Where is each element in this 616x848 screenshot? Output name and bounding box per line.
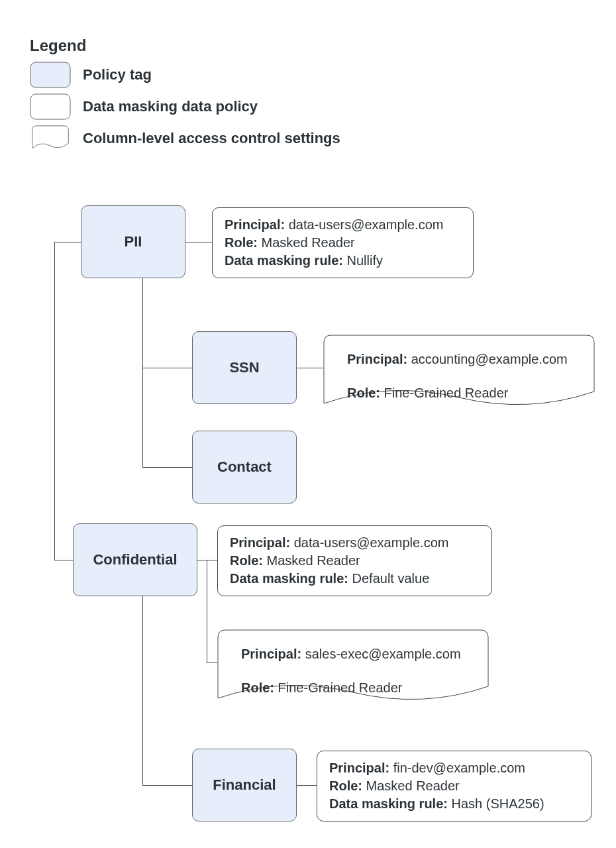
- tag-label: SSN: [229, 359, 259, 376]
- access-control-confidential: Principal: sales-exec@example.com Role: …: [217, 629, 489, 709]
- policy-line: Data masking rule: Hash (SHA256): [329, 795, 579, 813]
- policy-line: Data masking rule: Nullify: [225, 252, 461, 270]
- policy-line: Data masking rule: Default value: [230, 570, 480, 588]
- connector-line: [142, 785, 192, 786]
- tag-label: Contact: [217, 458, 272, 476]
- data-policy-financial: Principal: fin-dev@example.com Role: Mas…: [317, 751, 591, 822]
- connector-line: [142, 368, 192, 368]
- policy-line: Principal: data-users@example.com: [225, 216, 461, 234]
- legend-title: Legend: [30, 36, 340, 55]
- tag-label: PII: [125, 233, 142, 250]
- data-policy-pii: Principal: data-users@example.com Role: …: [212, 207, 474, 278]
- access-control-ssn: Principal: accounting@example.com Role: …: [323, 335, 595, 414]
- legend-row-data-policy: Data masking data policy: [30, 93, 340, 120]
- connector-line: [142, 596, 143, 785]
- svg-rect-1: [30, 94, 70, 119]
- policy-tag-financial: Financial: [192, 749, 297, 822]
- legend-label: Column-level access control settings: [83, 130, 340, 147]
- connector-line: [142, 467, 192, 468]
- svg-rect-0: [30, 62, 70, 87]
- connector-line: [297, 785, 317, 786]
- tag-label: Confidential: [93, 551, 177, 568]
- legend-label: Policy tag: [83, 66, 152, 83]
- connector-line: [54, 242, 55, 560]
- access-control-icon: [30, 125, 71, 152]
- connector-line: [197, 560, 217, 560]
- policy-tag-pii: PII: [81, 205, 185, 278]
- policy-line: Role: Masked Reader: [230, 552, 480, 570]
- connector-line: [54, 242, 81, 242]
- policy-tag-ssn: SSN: [192, 331, 297, 404]
- legend: Legend Policy tag Data masking data poli…: [30, 36, 340, 157]
- data-policy-icon: [30, 93, 71, 120]
- data-policy-confidential: Principal: data-users@example.com Role: …: [217, 525, 492, 596]
- connector-line: [207, 662, 217, 663]
- connector-line: [142, 278, 143, 467]
- policy-tag-contact: Contact: [192, 431, 297, 504]
- policy-line: Principal: fin-dev@example.com: [329, 759, 579, 777]
- tag-label: Financial: [213, 776, 276, 794]
- policy-line: Role: Masked Reader: [329, 777, 579, 795]
- connector-line: [54, 560, 73, 560]
- connector-line: [297, 368, 323, 368]
- legend-row-access-control: Column-level access control settings: [30, 125, 340, 152]
- policy-tag-icon: [30, 62, 71, 88]
- policy-line: Role: Masked Reader: [225, 234, 461, 252]
- policy-line: Principal: data-users@example.com: [230, 534, 480, 552]
- connector-line: [207, 560, 207, 662]
- legend-label: Data masking data policy: [83, 98, 258, 115]
- legend-row-policy-tag: Policy tag: [30, 62, 340, 88]
- policy-tag-confidential: Confidential: [73, 523, 197, 596]
- connector-line: [185, 242, 212, 242]
